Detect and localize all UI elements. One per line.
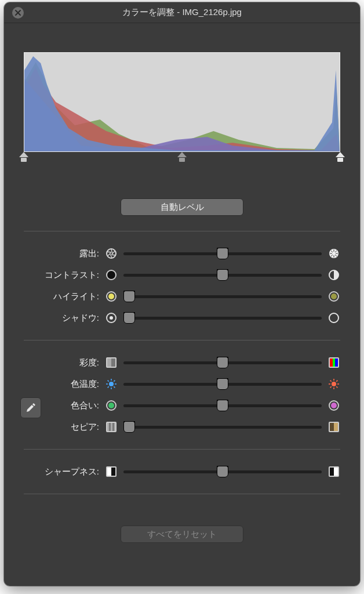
sq-gray-icon bbox=[105, 356, 118, 369]
sun-red-icon bbox=[327, 378, 340, 390]
target-icon bbox=[105, 312, 118, 324]
slider-row-shadows: シャドウ: bbox=[24, 311, 340, 325]
svg-marker-0 bbox=[19, 152, 28, 157]
svg-line-12 bbox=[107, 252, 111, 252]
slider-row-highlights: ハイライト: bbox=[24, 289, 340, 303]
slider-group-color: 彩度: 色温度: 色合い: セピア: bbox=[24, 356, 340, 434]
svg-point-47 bbox=[331, 403, 337, 408]
slider-label-exposure: 露出: bbox=[24, 248, 99, 259]
auto-levels-button[interactable]: 自動レベル bbox=[121, 198, 243, 216]
slider-highlights[interactable] bbox=[123, 295, 322, 298]
svg-rect-1 bbox=[21, 158, 27, 162]
mid-point-handle[interactable] bbox=[177, 152, 187, 164]
sq-half-bw-icon bbox=[105, 465, 118, 478]
slider-thumb-sharpness[interactable] bbox=[217, 466, 228, 477]
sq-half-wb-icon bbox=[327, 465, 340, 478]
slider-shadows[interactable] bbox=[123, 317, 322, 320]
sq-stripe-icon bbox=[105, 421, 118, 433]
divider bbox=[24, 449, 340, 450]
dot-magenta-icon bbox=[327, 399, 340, 412]
slider-row-tint: 色合い: bbox=[24, 399, 340, 412]
svg-marker-4 bbox=[336, 152, 345, 157]
eyedropper-icon bbox=[25, 402, 37, 414]
slider-group-sharpness: シャープネス: bbox=[24, 465, 340, 479]
white-point-handle[interactable] bbox=[336, 152, 345, 164]
svg-line-30 bbox=[108, 386, 109, 387]
slider-saturation[interactable] bbox=[123, 361, 322, 364]
slider-row-temperature: 色温度: bbox=[24, 377, 340, 391]
svg-line-34 bbox=[114, 381, 115, 382]
slider-thumb-contrast[interactable] bbox=[217, 269, 228, 281]
slider-thumb-saturation[interactable] bbox=[217, 357, 228, 368]
svg-line-28 bbox=[114, 386, 115, 387]
slider-thumb-sepia[interactable] bbox=[123, 421, 135, 433]
slider-sepia[interactable] bbox=[123, 426, 322, 429]
close-icon bbox=[14, 9, 21, 16]
slider-contrast[interactable] bbox=[123, 274, 322, 277]
ring-icon bbox=[327, 312, 340, 324]
slider-thumb-exposure[interactable] bbox=[217, 248, 228, 259]
slider-row-contrast: コントラスト: bbox=[24, 268, 340, 282]
window-title: カラーを調整 - IMG_2126p.jpg bbox=[4, 7, 360, 18]
svg-line-41 bbox=[330, 381, 332, 382]
black-point-handle[interactable] bbox=[19, 152, 28, 164]
adjust-color-window: カラーを調整 - IMG_2126p.jpg bbox=[4, 2, 360, 586]
slider-thumb-tint[interactable] bbox=[217, 400, 228, 411]
svg-line-9 bbox=[111, 255, 115, 255]
slider-thumb-temperature[interactable] bbox=[217, 378, 228, 390]
slider-row-saturation: 彩度: bbox=[24, 356, 340, 370]
svg-point-26 bbox=[109, 382, 114, 386]
divider bbox=[24, 340, 340, 341]
slider-label-highlights: ハイライト: bbox=[24, 291, 99, 302]
aperture-icon bbox=[105, 247, 118, 260]
svg-line-37 bbox=[336, 386, 337, 387]
sq-sepia-icon bbox=[327, 421, 340, 433]
slider-sharpness[interactable] bbox=[123, 470, 322, 473]
slider-label-saturation: 彩度: bbox=[24, 357, 99, 368]
svg-line-7 bbox=[111, 249, 112, 253]
aperture-open-icon bbox=[327, 247, 340, 260]
svg-line-39 bbox=[330, 386, 332, 387]
svg-point-23 bbox=[108, 294, 114, 299]
close-button[interactable] bbox=[12, 7, 24, 19]
svg-line-32 bbox=[108, 381, 109, 382]
sun-blue-icon bbox=[105, 378, 118, 390]
slider-row-sharpness: シャープネス: bbox=[24, 465, 340, 479]
circle-dark-icon bbox=[105, 269, 118, 281]
slider-label-temperature: 色温度: bbox=[24, 379, 99, 390]
svg-rect-5 bbox=[337, 158, 343, 162]
level-handles bbox=[24, 152, 340, 165]
slider-exposure[interactable] bbox=[123, 252, 322, 255]
slider-label-shadows: シャドウ: bbox=[24, 313, 99, 324]
slider-thumb-shadows[interactable] bbox=[123, 312, 135, 324]
histogram-graph bbox=[24, 53, 340, 151]
reset-all-button[interactable]: すべてをリセット bbox=[121, 526, 243, 543]
slider-tint[interactable] bbox=[123, 404, 322, 407]
divider bbox=[24, 231, 340, 231]
slider-label-sepia: セピア: bbox=[24, 422, 99, 433]
svg-point-45 bbox=[108, 403, 114, 408]
svg-point-25 bbox=[331, 294, 337, 299]
dot-olive-icon bbox=[327, 290, 340, 303]
svg-point-35 bbox=[332, 382, 336, 386]
titlebar: カラーを調整 - IMG_2126p.jpg bbox=[4, 2, 360, 23]
histogram-area bbox=[24, 52, 340, 165]
dot-green-icon bbox=[105, 399, 118, 412]
slider-thumb-highlights[interactable] bbox=[123, 291, 135, 302]
svg-line-43 bbox=[336, 381, 337, 382]
divider bbox=[24, 494, 340, 494]
slider-label-sharpness: シャープネス: bbox=[24, 466, 99, 477]
slider-label-contrast: コントラスト: bbox=[24, 270, 99, 281]
sq-rgb-icon bbox=[327, 356, 340, 369]
slider-row-sepia: セピア: bbox=[24, 420, 340, 434]
circle-half-icon bbox=[327, 269, 340, 281]
histogram bbox=[24, 52, 340, 152]
slider-row-exposure: 露出: bbox=[24, 247, 340, 260]
content: 自動レベル 露出: コントラスト: ハイライト: シ bbox=[4, 23, 360, 586]
slider-group-exposure: 露出: コントラスト: ハイライト: シャドウ: bbox=[24, 247, 340, 325]
slider-temperature[interactable] bbox=[123, 383, 322, 386]
svg-marker-2 bbox=[177, 152, 187, 157]
eyedropper-button[interactable] bbox=[20, 397, 41, 418]
dot-yellow-icon bbox=[105, 290, 118, 303]
svg-rect-3 bbox=[179, 158, 185, 162]
